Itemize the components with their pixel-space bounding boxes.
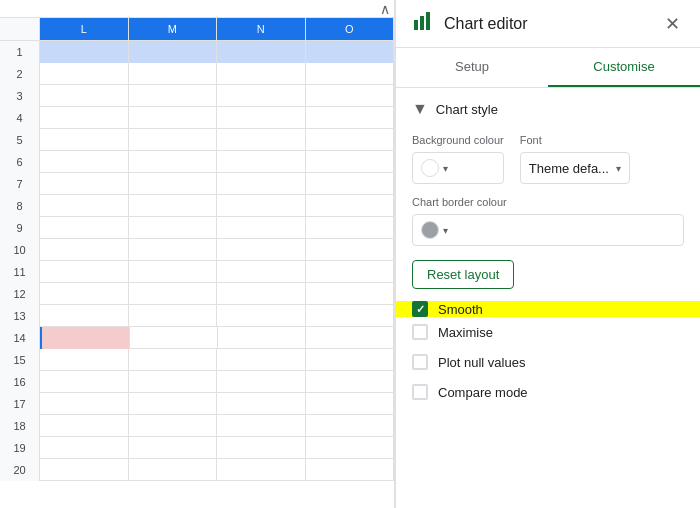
grid-cell[interactable] [306, 239, 395, 261]
grid-cell[interactable] [129, 85, 218, 107]
grid-cell[interactable] [306, 437, 395, 459]
maximise-checkbox[interactable] [412, 324, 428, 340]
font-dropdown[interactable]: Theme defa... ▾ [520, 152, 630, 184]
grid-cell[interactable] [217, 261, 306, 283]
grid-cell[interactable] [129, 173, 218, 195]
grid-cell[interactable] [40, 173, 129, 195]
grid-cell[interactable] [306, 415, 395, 437]
grid-cell[interactable] [129, 107, 218, 129]
grid-cell[interactable] [217, 195, 306, 217]
tab-setup[interactable]: Setup [396, 48, 548, 87]
grid-cell[interactable] [306, 107, 395, 129]
grid-cell[interactable] [40, 151, 129, 173]
collapse-icon[interactable]: ∧ [380, 1, 390, 17]
grid-cell[interactable] [40, 261, 129, 283]
grid-cell[interactable] [217, 63, 306, 85]
grid-cell[interactable] [40, 239, 129, 261]
grid-cell[interactable] [306, 195, 395, 217]
close-icon[interactable]: ✕ [661, 9, 684, 39]
grid-cell[interactable] [217, 283, 306, 305]
grid-cell[interactable] [129, 151, 218, 173]
grid-cell[interactable] [306, 63, 395, 85]
smooth-checkbox[interactable]: ✓ [412, 301, 428, 317]
compare-mode-checkbox-item[interactable]: Compare mode [412, 377, 684, 407]
grid-cell[interactable] [306, 349, 395, 371]
chart-border-colour-picker[interactable]: ▾ [412, 214, 684, 246]
grid-cell[interactable] [217, 129, 306, 151]
grid-cell[interactable] [40, 195, 129, 217]
grid-cell[interactable] [40, 41, 129, 63]
grid-cell[interactable] [129, 217, 218, 239]
grid-cell[interactable] [217, 107, 306, 129]
col-header-l[interactable]: L [40, 18, 129, 40]
grid-cell[interactable] [40, 327, 130, 349]
grid-cell[interactable] [217, 393, 306, 415]
grid-cell[interactable] [217, 305, 306, 327]
grid-cell[interactable] [218, 327, 306, 349]
grid-cell[interactable] [129, 129, 218, 151]
grid-cell[interactable] [129, 349, 218, 371]
grid-cell[interactable] [40, 371, 129, 393]
grid-cell[interactable] [306, 261, 395, 283]
grid-cell[interactable] [306, 85, 395, 107]
grid-cell[interactable] [40, 415, 129, 437]
grid-cell[interactable] [306, 393, 395, 415]
grid-cell[interactable] [129, 459, 218, 481]
grid-cell[interactable] [217, 371, 306, 393]
grid-cell[interactable] [40, 305, 129, 327]
col-header-n[interactable]: N [217, 18, 306, 40]
grid-cell[interactable] [129, 41, 218, 63]
grid-cell[interactable] [129, 239, 218, 261]
grid-cell[interactable] [129, 195, 218, 217]
grid-cell[interactable] [217, 217, 306, 239]
grid-cell[interactable] [40, 217, 129, 239]
grid-cell[interactable] [306, 217, 395, 239]
grid-cell[interactable] [217, 151, 306, 173]
grid-cell[interactable] [40, 283, 129, 305]
grid-cell[interactable] [306, 151, 395, 173]
grid-cell[interactable] [306, 327, 394, 349]
grid-cell[interactable] [217, 41, 306, 63]
plot-null-checkbox-item[interactable]: Plot null values [412, 347, 684, 377]
grid-cell[interactable] [40, 437, 129, 459]
grid-cell[interactable] [129, 283, 218, 305]
grid-cell[interactable] [217, 173, 306, 195]
grid-cell[interactable] [306, 283, 395, 305]
grid-cell[interactable] [217, 239, 306, 261]
grid-cell[interactable] [40, 459, 129, 481]
grid-cell[interactable] [217, 415, 306, 437]
tab-customise[interactable]: Customise [548, 48, 700, 87]
plot-null-checkbox[interactable] [412, 354, 428, 370]
grid-cell[interactable] [129, 261, 218, 283]
grid-cell[interactable] [129, 63, 218, 85]
grid-cell[interactable] [40, 349, 129, 371]
smooth-checkbox-item[interactable]: ✓ Smooth [396, 301, 700, 317]
grid-cell[interactable] [217, 459, 306, 481]
grid-cell[interactable] [306, 41, 395, 63]
grid-cell[interactable] [40, 129, 129, 151]
chart-style-section-header[interactable]: ▼ Chart style [396, 88, 700, 130]
col-header-o[interactable]: O [306, 18, 395, 40]
grid-cell[interactable] [40, 393, 129, 415]
reset-layout-button[interactable]: Reset layout [412, 260, 514, 289]
grid-cell[interactable] [306, 371, 395, 393]
grid-cell[interactable] [217, 349, 306, 371]
grid-cell[interactable] [217, 437, 306, 459]
grid-cell[interactable] [217, 85, 306, 107]
grid-cell[interactable] [129, 371, 218, 393]
grid-cell[interactable] [40, 107, 129, 129]
grid-cell[interactable] [129, 305, 218, 327]
grid-cell[interactable] [130, 327, 218, 349]
background-colour-picker[interactable]: ▾ [412, 152, 504, 184]
grid-cell[interactable] [129, 415, 218, 437]
grid-cell[interactable] [40, 85, 129, 107]
grid-cell[interactable] [306, 129, 395, 151]
grid-cell[interactable] [306, 305, 395, 327]
grid-cell[interactable] [306, 173, 395, 195]
compare-mode-checkbox[interactable] [412, 384, 428, 400]
grid-cell[interactable] [40, 63, 129, 85]
col-header-m[interactable]: M [129, 18, 218, 40]
maximise-checkbox-item[interactable]: Maximise [412, 317, 684, 347]
grid-cell[interactable] [306, 459, 395, 481]
grid-cell[interactable] [129, 393, 218, 415]
